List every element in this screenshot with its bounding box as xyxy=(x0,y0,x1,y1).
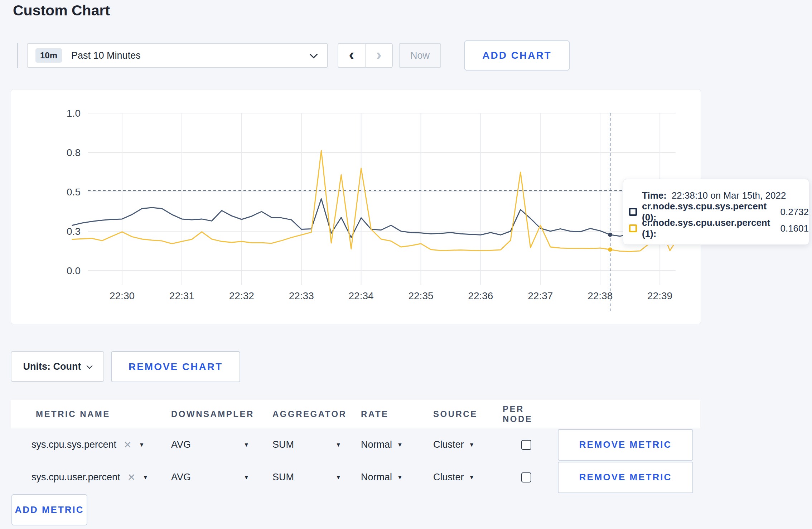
metric-dropdown-caret-icon[interactable]: ▼ xyxy=(142,474,148,481)
svg-text:22:30: 22:30 xyxy=(110,290,135,301)
remove-metric-button[interactable]: REMOVE METRIC xyxy=(558,462,693,493)
svg-text:22:39: 22:39 xyxy=(647,290,672,301)
time-range-badge: 10m xyxy=(35,48,62,63)
chart-card: 1.00.80.50.30.022:3022:3122:3222:3322:34… xyxy=(11,89,701,324)
chevron-down-icon xyxy=(310,50,318,59)
svg-text:22:35: 22:35 xyxy=(408,290,433,301)
tooltip-series-name: cr.node.sys.cpu.user.percent (1): xyxy=(642,217,775,239)
remove-metric-x-icon[interactable]: ✕ xyxy=(127,472,136,483)
time-range-dropdown[interactable]: 10m Past 10 Minutes xyxy=(27,43,328,68)
time-forward-button[interactable]: › xyxy=(366,44,392,67)
toolbar-divider xyxy=(17,43,18,68)
source-caret-icon[interactable]: ▼ xyxy=(469,442,475,448)
timeseries-chart[interactable]: 1.00.80.50.30.022:3022:3122:3222:3322:34… xyxy=(11,89,701,324)
metric-name: sys.cpu.user.percent xyxy=(32,472,120,483)
col-header-downsampler: DOWNSAMPLER xyxy=(171,409,272,419)
units-dropdown[interactable]: Units: Count xyxy=(11,351,104,382)
svg-text:22:37: 22:37 xyxy=(528,290,553,301)
tooltip-time-label: Time: xyxy=(642,190,667,201)
col-header-metric-name: METRIC NAME xyxy=(32,409,171,419)
downsampler-caret-icon[interactable]: ▼ xyxy=(243,442,249,448)
table-row: sys.cpu.user.percent ✕ ▼ AVG ▼ SUM ▼ Nor… xyxy=(11,461,700,494)
chevron-right-icon: › xyxy=(376,46,381,63)
downsampler-value[interactable]: AVG xyxy=(171,472,191,483)
rate-value[interactable]: Normal xyxy=(361,472,392,483)
rate-caret-icon[interactable]: ▼ xyxy=(397,442,403,448)
svg-text:0.5: 0.5 xyxy=(67,186,81,198)
chevron-down-icon xyxy=(87,363,93,369)
svg-text:22:32: 22:32 xyxy=(229,290,254,301)
series-sys-swatch-icon xyxy=(629,208,637,216)
remove-metric-button[interactable]: REMOVE METRIC xyxy=(558,429,693,461)
svg-text:22:34: 22:34 xyxy=(349,290,374,301)
metric-name: sys.cpu.sys.percent xyxy=(32,439,116,450)
downsampler-caret-icon[interactable]: ▼ xyxy=(243,474,249,481)
source-caret-icon[interactable]: ▼ xyxy=(469,474,475,481)
per-node-checkbox[interactable] xyxy=(521,472,531,482)
add-metric-button[interactable]: ADD METRIC xyxy=(11,494,87,525)
tooltip-time-value: 22:38:10 on Mar 15th, 2022 xyxy=(672,190,786,201)
now-button[interactable]: Now xyxy=(399,43,441,68)
add-chart-button[interactable]: ADD CHART xyxy=(464,40,570,71)
metrics-table-header: METRIC NAME DOWNSAMPLER AGGREGATOR RATE … xyxy=(11,400,700,428)
chevron-left-icon: ‹ xyxy=(349,46,354,63)
col-header-per-node: PER NODE xyxy=(498,404,555,424)
col-header-aggregator: AGGREGATOR xyxy=(272,409,361,419)
col-header-source: SOURCE xyxy=(433,409,498,419)
remove-chart-button[interactable]: REMOVE CHART xyxy=(111,351,240,382)
source-value[interactable]: Cluster xyxy=(433,439,464,450)
tooltip-series-row: cr.node.sys.cpu.user.percent (1): 0.1601 xyxy=(629,220,809,237)
units-label: Units: Count xyxy=(23,361,81,372)
svg-text:1.0: 1.0 xyxy=(67,108,81,119)
per-node-checkbox[interactable] xyxy=(521,440,531,450)
tooltip-series-value: 0.1601 xyxy=(780,223,809,234)
chart-tooltip: Time: 22:38:10 on Mar 15th, 2022 cr.node… xyxy=(623,179,809,245)
series-user-swatch-icon xyxy=(629,224,637,232)
svg-text:0.3: 0.3 xyxy=(67,226,81,237)
aggregator-caret-icon[interactable]: ▼ xyxy=(335,474,341,481)
svg-text:22:38: 22:38 xyxy=(588,290,613,301)
source-value[interactable]: Cluster xyxy=(433,472,464,483)
aggregator-caret-icon[interactable]: ▼ xyxy=(335,442,341,448)
page-title: Custom Chart xyxy=(13,2,110,19)
svg-text:0.0: 0.0 xyxy=(67,265,81,276)
aggregator-value[interactable]: SUM xyxy=(272,439,294,450)
col-header-rate: RATE xyxy=(361,409,433,419)
time-nav-group: ‹ › xyxy=(338,43,393,68)
svg-text:22:33: 22:33 xyxy=(289,290,314,301)
tooltip-series-value: 0.2732 xyxy=(780,207,809,218)
metrics-table: METRIC NAME DOWNSAMPLER AGGREGATOR RATE … xyxy=(11,400,700,494)
aggregator-value[interactable]: SUM xyxy=(272,472,294,483)
time-back-button[interactable]: ‹ xyxy=(338,44,366,67)
custom-chart-page: Custom Chart 10m Past 10 Minutes ‹ › Now… xyxy=(0,0,812,529)
rate-value[interactable]: Normal xyxy=(361,439,392,450)
downsampler-value[interactable]: AVG xyxy=(171,439,191,450)
svg-text:22:31: 22:31 xyxy=(169,290,194,301)
time-range-label: Past 10 Minutes xyxy=(71,50,141,61)
svg-text:22:36: 22:36 xyxy=(468,290,493,301)
svg-text:0.8: 0.8 xyxy=(67,147,81,158)
metric-dropdown-caret-icon[interactable]: ▼ xyxy=(139,442,145,448)
remove-metric-x-icon[interactable]: ✕ xyxy=(124,439,132,451)
rate-caret-icon[interactable]: ▼ xyxy=(397,474,403,481)
table-row: sys.cpu.sys.percent ✕ ▼ AVG ▼ SUM ▼ Norm… xyxy=(11,428,700,461)
